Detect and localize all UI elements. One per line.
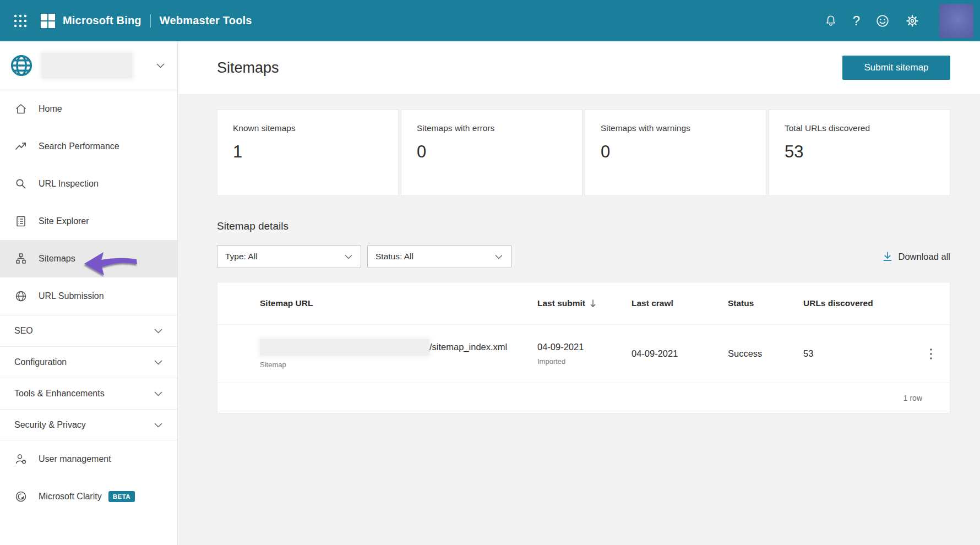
stat-value: 1 xyxy=(233,142,383,162)
sidebar-item-label: Site Explorer xyxy=(39,216,89,226)
stat-label: Sitemaps with warnings xyxy=(601,123,750,133)
sitemap-kind-label: Sitemap xyxy=(260,361,537,369)
document-list-icon xyxy=(14,215,28,228)
chevron-down-icon xyxy=(154,390,163,397)
main-content: Sitemaps Submit sitemap Known sitemaps 1… xyxy=(178,41,980,545)
sidebar-item-home[interactable]: Home xyxy=(0,90,177,128)
last-submit-date: 04-09-2021 xyxy=(537,342,631,352)
sidebar-section-security-privacy[interactable]: Security & Privacy xyxy=(0,409,177,440)
microsoft-logo-icon xyxy=(28,14,55,28)
row-count: 1 row xyxy=(903,394,922,402)
column-header-last-submit[interactable]: Last submit xyxy=(537,298,631,308)
stat-value: 0 xyxy=(417,142,567,162)
type-filter-dropdown[interactable]: Type: All xyxy=(217,245,361,268)
product-name[interactable]: Webmaster Tools xyxy=(160,14,252,27)
row-actions-kebab-icon[interactable] xyxy=(911,347,951,361)
sidebar-item-label: Home xyxy=(39,104,62,114)
type-filter-value: Type: All xyxy=(225,252,258,261)
column-header-status[interactable]: Status xyxy=(728,298,803,308)
sidebar-item-search-performance[interactable]: Search Performance xyxy=(0,128,177,165)
table-header-row: Sitemap URL Last submit Last crawl Statu… xyxy=(217,282,950,325)
table-row[interactable]: /sitemap_index.xml Sitemap 04-09-2021 Im… xyxy=(217,325,950,383)
filters-row: Type: All Status: All xyxy=(217,245,950,268)
chevron-down-icon xyxy=(154,422,163,428)
sort-descending-icon xyxy=(590,299,596,308)
sitemap-details-heading: Sitemap details xyxy=(217,220,950,232)
sidebar-item-url-inspection[interactable]: URL Inspection xyxy=(0,165,177,203)
trend-up-icon xyxy=(14,140,28,153)
sidebar: Home Search Performance URL Inspection S… xyxy=(0,41,178,545)
stat-label: Known sitemaps xyxy=(233,123,383,133)
stat-label: Total URLs discovered xyxy=(785,123,934,133)
column-header-sitemap-url[interactable]: Sitemap URL xyxy=(217,298,537,308)
person-gear-icon xyxy=(14,453,28,466)
download-all-button[interactable]: Download all xyxy=(882,251,950,262)
page-title: Sitemaps xyxy=(217,59,279,77)
help-icon[interactable]: ? xyxy=(853,14,860,28)
last-submit-note: Imported xyxy=(537,357,631,366)
sidebar-item-label: URL Inspection xyxy=(39,179,99,189)
sidebar-section-configuration[interactable]: Configuration xyxy=(0,346,177,378)
chevron-down-icon xyxy=(156,62,165,69)
column-header-last-crawl[interactable]: Last crawl xyxy=(631,298,728,308)
stat-value: 0 xyxy=(601,142,750,162)
magnifier-icon xyxy=(14,177,28,190)
chevron-down-icon xyxy=(154,359,163,366)
last-crawl-date: 04-09-2021 xyxy=(631,348,728,359)
settings-gear-icon[interactable] xyxy=(905,14,919,28)
sidebar-item-label: URL Submission xyxy=(39,291,104,301)
chevron-down-icon xyxy=(154,328,163,334)
download-all-label: Download all xyxy=(899,252,950,262)
home-icon xyxy=(14,102,28,116)
notifications-bell-icon[interactable] xyxy=(824,14,837,28)
sidebar-section-label: Tools & Enhancements xyxy=(14,389,105,399)
sidebar-item-user-management[interactable]: User management xyxy=(0,440,177,478)
chevron-down-icon xyxy=(494,254,503,260)
sidebar-section-seo[interactable]: SEO xyxy=(0,315,177,346)
column-header-label: Last submit xyxy=(537,298,585,308)
brand-name[interactable]: Microsoft Bing xyxy=(63,14,141,27)
status-value: Success xyxy=(728,348,803,359)
sidebar-item-label: Microsoft Clarity xyxy=(39,492,102,502)
sidebar-section-tools-enhancements[interactable]: Tools & Enhancements xyxy=(0,378,177,409)
sidebar-section-label: Security & Privacy xyxy=(14,420,86,430)
sidebar-item-url-submission[interactable]: URL Submission xyxy=(0,277,177,315)
user-avatar[interactable] xyxy=(939,4,973,38)
sidebar-item-sitemaps[interactable]: Sitemaps xyxy=(0,240,177,277)
stat-card-total-urls-discovered: Total URLs discovered 53 xyxy=(769,110,950,196)
sidebar-section-label: Configuration xyxy=(14,357,67,367)
site-name-blurred xyxy=(42,53,132,78)
site-globe-icon xyxy=(9,53,34,78)
stat-card-sitemaps-with-errors: Sitemaps with errors 0 xyxy=(401,110,582,196)
top-app-bar: Microsoft Bing Webmaster Tools ? xyxy=(0,0,980,41)
feedback-smiley-icon[interactable] xyxy=(875,14,890,28)
stat-card-sitemaps-with-warnings: Sitemaps with warnings 0 xyxy=(585,110,766,196)
sidebar-item-label: User management xyxy=(39,454,111,464)
apps-launcher-icon[interactable] xyxy=(13,14,28,28)
page-header: Sitemaps Submit sitemap xyxy=(178,41,980,95)
sidebar-item-microsoft-clarity[interactable]: Microsoft Clarity BETA xyxy=(0,478,177,515)
status-filter-dropdown[interactable]: Status: All xyxy=(367,245,511,268)
status-filter-value: Status: All xyxy=(375,252,413,261)
sidebar-section-label: SEO xyxy=(14,326,33,336)
sidebar-item-label: Sitemaps xyxy=(39,254,75,264)
column-header-urls-discovered[interactable]: URLs discovered xyxy=(803,298,911,308)
sitemap-hierarchy-icon xyxy=(14,252,28,265)
urls-discovered-value: 53 xyxy=(803,348,911,359)
beta-badge: BETA xyxy=(108,491,135,502)
stat-value: 53 xyxy=(785,142,934,162)
table-footer: 1 row xyxy=(217,383,950,413)
sitemap-url-blurred xyxy=(260,339,429,356)
sidebar-item-site-explorer[interactable]: Site Explorer xyxy=(0,203,177,240)
site-selector[interactable] xyxy=(0,41,177,90)
stats-cards: Known sitemaps 1 Sitemaps with errors 0 … xyxy=(217,110,950,196)
sitemap-url-path: /sitemap_index.xml xyxy=(429,342,507,352)
download-icon xyxy=(882,251,893,262)
submit-sitemap-button[interactable]: Submit sitemap xyxy=(842,56,950,80)
brand-separator xyxy=(150,14,151,28)
sidebar-item-label: Search Performance xyxy=(39,141,119,151)
stat-label: Sitemaps with errors xyxy=(417,123,567,133)
chevron-down-icon xyxy=(344,254,353,260)
sitemaps-table: Sitemap URL Last submit Last crawl Statu… xyxy=(217,282,950,413)
stat-card-known-sitemaps: Known sitemaps 1 xyxy=(217,110,399,196)
